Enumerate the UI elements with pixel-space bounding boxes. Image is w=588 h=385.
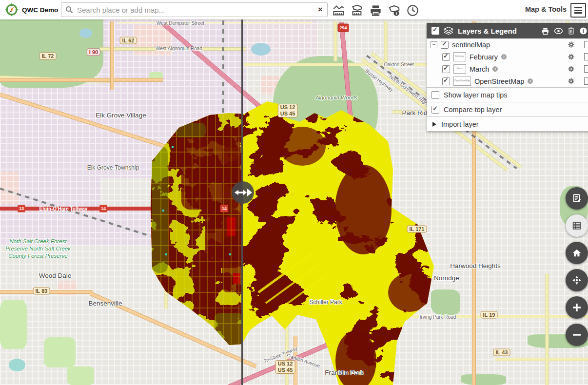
layer-checkbox[interactable] (441, 41, 449, 49)
clear-search-icon[interactable]: × (314, 3, 327, 16)
timemanager-icon[interactable] (406, 3, 419, 17)
option-checkbox[interactable] (431, 91, 439, 99)
profile-tool-icon[interactable] (332, 3, 345, 17)
left-right-arrow-icon (232, 181, 254, 204)
panel-title: Layers & Legend (458, 27, 517, 35)
layer-info-icon[interactable]: i (501, 54, 507, 59)
layer-settings-icon[interactable] (568, 41, 575, 48)
search-input[interactable] (76, 5, 314, 15)
layer-row-root[interactable]: − sentinelMap (427, 38, 588, 51)
layer-checkbox[interactable] (442, 53, 450, 61)
app-logo: QWC Demo (5, 3, 58, 17)
layer-info-icon[interactable]: i (492, 66, 498, 72)
panel-checkbox[interactable] (431, 27, 439, 35)
info-icon[interactable]: i (579, 27, 588, 35)
layer-row[interactable]: February February i (427, 51, 588, 63)
layer-label[interactable]: March (470, 65, 489, 73)
search-icon (65, 6, 73, 14)
svg-text:i: i (583, 28, 584, 34)
import-layer-label: Import layer (441, 120, 479, 128)
app-title: QWC Demo (22, 6, 58, 14)
layer-label[interactable]: OpenStreetMap (474, 77, 524, 85)
option-label: Compare top layer (444, 106, 502, 114)
measure-tool-icon[interactable] (350, 3, 364, 17)
clipped-icon[interactable] (584, 77, 588, 85)
layers-icon (444, 26, 453, 35)
layer-thumbnail: March (453, 64, 466, 74)
map-and-tools-label[interactable]: Map & Tools (525, 5, 567, 13)
layer-row[interactable]: OpenStreetMap OpenStreetMap i (427, 75, 588, 87)
trash-icon[interactable] (568, 27, 575, 35)
app-toolbar: QWC Demo × i Map & Tools (0, 0, 588, 19)
clipped-icon[interactable] (584, 53, 588, 60)
clipped-icon[interactable] (584, 41, 588, 48)
sublayer-list: February February i March March i OpenSt… (427, 51, 588, 87)
layer-settings-icon[interactable] (568, 53, 575, 60)
expand-arrow-icon (432, 122, 436, 127)
collapse-icon[interactable]: − (431, 41, 437, 48)
attribute-table-button[interactable] (566, 214, 588, 237)
report-tool-button[interactable] (566, 187, 588, 210)
visibility-eye-icon[interactable] (554, 27, 563, 35)
locate-button[interactable] (566, 269, 588, 291)
layer-label[interactable]: February (470, 53, 498, 61)
print-icon[interactable] (369, 3, 382, 17)
layers-panel-body: − sentinelMap February February i March … (427, 38, 588, 131)
menu-icon[interactable] (570, 3, 586, 18)
layer-thumbnail: OpenStreetMap (453, 77, 471, 86)
zoom-in-button[interactable] (566, 296, 588, 319)
qwc-application: Elk Grove VillageElk Grove-TownshipWood … (0, 0, 588, 385)
option-checkbox[interactable] (431, 106, 439, 114)
clipped-icon[interactable] (584, 65, 588, 73)
option-label: Show layer map tips (444, 91, 508, 99)
layer-checkbox[interactable] (442, 65, 450, 73)
home-button[interactable] (566, 242, 588, 264)
layer-thumbnail: February (453, 52, 466, 61)
zoom-out-button[interactable] (566, 324, 588, 346)
option-row[interactable]: Show layer map tips (427, 87, 588, 102)
search-bar: × (61, 2, 328, 17)
layers-panel-header: Layers & Legend i (427, 23, 588, 38)
identify-region-icon[interactable]: i (387, 3, 401, 17)
import-layer-row[interactable]: Import layer (427, 116, 588, 131)
layer-settings-icon[interactable] (568, 77, 575, 85)
option-row[interactable]: Compare top layer (427, 102, 588, 116)
compare-slider-handle[interactable] (232, 181, 254, 204)
print-legend-icon[interactable] (541, 27, 549, 35)
panel-options: Show layer map tips Compare top layer (427, 87, 588, 116)
layer-checkbox[interactable] (442, 77, 450, 85)
layer-info-icon[interactable]: i (528, 78, 533, 84)
layers-panel: Layers & Legend i − sentinelMap February… (427, 23, 588, 131)
layer-settings-icon[interactable] (568, 65, 575, 73)
compass-logo-icon (5, 3, 19, 17)
layer-row[interactable]: March March i (427, 63, 588, 75)
layer-label[interactable]: sentinelMap (452, 41, 490, 49)
